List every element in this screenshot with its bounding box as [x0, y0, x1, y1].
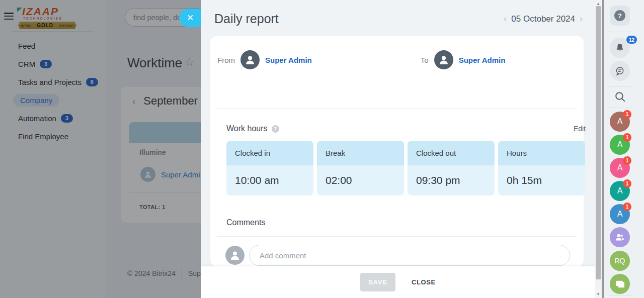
avatar-initial: A [617, 163, 623, 172]
recent-chat-avatar[interactable]: A 1 [610, 135, 630, 155]
unread-badge: 1 [623, 179, 631, 188]
add-comment-input[interactable] [249, 245, 570, 266]
work-hours-header: Work hours ? Edit [226, 123, 586, 135]
card-label: Hours [498, 141, 585, 165]
save-button[interactable]: SAVE [360, 273, 395, 291]
date-navigation: ‹ 05 October 2024 › [504, 14, 583, 24]
divider [608, 108, 631, 108]
notifications-button[interactable]: 12 [610, 38, 630, 58]
employees-button[interactable] [610, 274, 630, 294]
avatar-initial: A [617, 210, 623, 219]
to-avatar[interactable] [434, 50, 453, 69]
card-value: 09:30 pm [408, 165, 495, 195]
divider [217, 236, 577, 237]
scroll-down-icon[interactable]: ▼ [595, 292, 602, 296]
help-icon[interactable]: ? [272, 125, 279, 133]
avatar-initial: A [617, 117, 623, 126]
card-value: 0h 15m [498, 165, 585, 195]
contact-card-icon [614, 278, 625, 289]
from-to-row: From Super Admin To Super Admin [217, 43, 577, 76]
clocked-out-card: Clocked out 09:30 pm [408, 141, 495, 195]
comments-heading: Comments [226, 218, 265, 227]
comment-avatar [225, 246, 245, 265]
card-label: Clocked in [226, 141, 313, 165]
card-label: Clocked out [408, 141, 495, 165]
next-day-icon[interactable]: › [580, 14, 583, 24]
comment-row [225, 245, 570, 266]
question-icon: ? [614, 10, 625, 21]
bell-icon [615, 43, 625, 53]
group-chats-button[interactable] [610, 227, 630, 247]
card-value: 10:00 am [226, 165, 313, 195]
divider [608, 295, 631, 296]
right-sidebar: ? 12 A 1 A 1 A 1 A 1 A [604, 0, 644, 298]
hours-card: Hours 0h 15m [498, 141, 585, 195]
person-icon [438, 54, 450, 66]
work-hours-heading: Work hours [226, 124, 268, 133]
divider [608, 86, 631, 87]
person-icon [229, 249, 241, 261]
work-hours-cards: Clocked in 10:00 am Break 02:00 Clocked … [226, 141, 586, 195]
user-avatar-rq[interactable]: RQ [610, 251, 630, 271]
daily-report-panel: ✕ Daily report ‹ 05 October 2024 › From … [201, 0, 602, 298]
avatar-initial: A [617, 186, 623, 195]
recent-chat-avatar[interactable]: A 1 [610, 181, 630, 201]
avatar-initials: RQ [615, 257, 625, 265]
two-people-icon [614, 232, 625, 243]
clocked-in-card: Clocked in 10:00 am [226, 141, 313, 195]
notification-count-badge: 12 [626, 36, 637, 44]
unread-badge: 1 [623, 156, 631, 165]
report-card: From Super Admin To Super Admin Work hou… [210, 36, 584, 266]
panel-scrollbar[interactable]: ▲ ▼ [595, 0, 602, 298]
divider [608, 32, 631, 32]
scrollbar-thumb[interactable] [596, 6, 601, 279]
card-value: 02:00 [317, 165, 404, 195]
chat-button[interactable] [610, 61, 630, 81]
person-icon [244, 54, 256, 66]
unread-badge: 1 [623, 110, 631, 119]
chat-icon [615, 66, 625, 76]
from-avatar[interactable] [240, 50, 260, 69]
close-button[interactable]: CLOSE [412, 278, 436, 286]
scroll-up-icon[interactable]: ▲ [595, 2, 602, 6]
card-label: Break [317, 141, 404, 165]
current-date: 05 October 2024 [511, 14, 575, 24]
break-card: Break 02:00 [317, 141, 404, 195]
recent-chat-avatar[interactable]: A 1 [610, 204, 630, 224]
panel-title: Daily report [214, 12, 279, 26]
to-user-link[interactable]: Super Admin [459, 56, 506, 64]
unread-badge: 1 [623, 203, 631, 211]
search-button[interactable] [614, 90, 626, 103]
panel-footer: SAVE CLOSE [201, 266, 595, 298]
edit-link[interactable]: Edit [574, 125, 586, 133]
search-icon [614, 90, 626, 103]
to-label: To [421, 56, 429, 64]
prev-day-icon[interactable]: ‹ [504, 14, 507, 24]
divider [217, 108, 577, 109]
recent-chat-avatar[interactable]: A 1 [610, 158, 630, 178]
unread-badge: 1 [623, 133, 631, 142]
from-label: From [217, 56, 235, 64]
help-button[interactable]: ? [610, 6, 630, 26]
recent-chat-avatar[interactable]: A 1 [610, 112, 630, 132]
avatar-initial: A [617, 140, 623, 149]
from-user-link[interactable]: Super Admin [265, 56, 312, 64]
close-icon[interactable]: ✕ [179, 9, 201, 27]
